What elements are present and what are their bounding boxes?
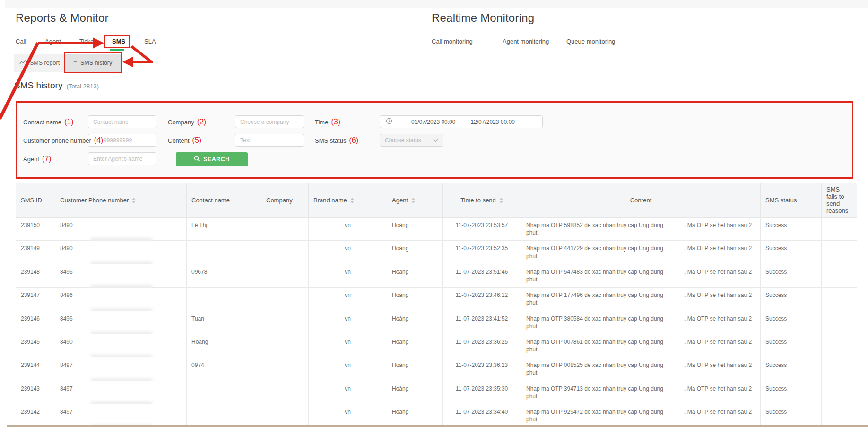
- cell-company: [261, 218, 309, 241]
- cell-status: Success: [761, 288, 822, 311]
- section-divider: [406, 12, 406, 50]
- table-header-row: SMS ID Customer Phone number Contact nam…: [16, 183, 857, 218]
- time-from-value: 03/07/2023 00:00: [411, 119, 455, 125]
- company-label: Company(2): [168, 115, 206, 129]
- agent-label: Agent(7): [23, 152, 52, 166]
- cell-content: Nhap ma OTP 929472 de xac nhan truy cap …: [521, 404, 761, 427]
- cell-time: 11-07-2023 23:36:25: [443, 334, 521, 357]
- search-button-label: SEARCH: [203, 156, 230, 163]
- agent-input[interactable]: [88, 152, 156, 165]
- cell-time: 11-07-2023 23:41:52: [443, 311, 521, 334]
- cell-contact: [187, 404, 261, 427]
- content-label: Content(5): [168, 134, 201, 147]
- table-row[interactable]: 239147 8496 vn Hoàng 11-07-2023 23:46:12…: [16, 288, 857, 311]
- sort-icon[interactable]: [132, 198, 136, 203]
- cell-sms-id: 239142: [16, 404, 55, 427]
- cell-contact: [187, 381, 261, 404]
- table-row[interactable]: 239145 8490 Hoàng vn Hoàng 11-07-2023 23…: [16, 334, 857, 357]
- tab-sms[interactable]: SMS: [112, 38, 125, 45]
- cell-brand: vn: [309, 334, 387, 357]
- contact-name-input[interactable]: [88, 115, 156, 128]
- cell-status: Success: [761, 404, 822, 427]
- table-row[interactable]: 239142 8497 vn Hoàng 11-07-2023 23:34:40…: [16, 404, 857, 427]
- cell-agent: Hoàng: [387, 288, 443, 311]
- table-row[interactable]: 239146 8496 Tuan vn Hoàng 11-07-2023 23:…: [16, 311, 857, 334]
- cell-sms-id: 239143: [16, 381, 55, 404]
- table-row[interactable]: 239150 8490 Lê Thị vn Hoàng 11-07-2023 2…: [16, 218, 857, 241]
- table-row[interactable]: 239143 8497 vn Hoàng 11-07-2023 23:35:30…: [16, 381, 857, 404]
- col-time-to-send[interactable]: Time to send: [443, 183, 521, 218]
- cell-fail-reason: [822, 288, 857, 311]
- content-input[interactable]: [235, 134, 304, 147]
- cell-contact: Hoàng: [187, 334, 261, 357]
- cell-company: [261, 264, 309, 287]
- table-row[interactable]: 239144 8497 0974 vn Hoàng 11-07-2023 23:…: [16, 357, 857, 381]
- tab-ticket[interactable]: Ticket: [79, 38, 95, 45]
- company-input[interactable]: [235, 115, 304, 128]
- col-contact-name: Contact name: [187, 183, 261, 218]
- cell-company: [261, 288, 309, 311]
- sort-icon[interactable]: [350, 198, 354, 203]
- tab-call[interactable]: Call: [16, 38, 26, 45]
- col-customer-phone[interactable]: Customer Phone number: [55, 183, 187, 218]
- annotation-1: (1): [64, 118, 74, 126]
- cell-contact: Tuan: [187, 311, 261, 334]
- col-agent[interactable]: Agent: [387, 183, 443, 218]
- cell-fail-reason: [822, 311, 857, 334]
- table-row[interactable]: 239149 8490 vn Hoàng 11-07-2023 23:52:35…: [16, 241, 857, 264]
- cell-content: Nhap ma OTP 177496 de xac nhan truy cap …: [521, 288, 761, 311]
- table-row[interactable]: 239148 8496 09678 vn Hoàng 11-07-2023 23…: [16, 264, 857, 287]
- cell-phone: 8490: [55, 334, 187, 357]
- cell-time: 11-07-2023 23:53:57: [443, 218, 521, 241]
- section-title-text: SMS history: [14, 80, 62, 91]
- col-sms-id: SMS ID: [16, 183, 55, 218]
- cell-time: 11-07-2023 23:36:23: [443, 357, 521, 381]
- cell-brand: vn: [309, 241, 387, 264]
- annotation-elbow-diagonal: [130, 45, 152, 63]
- cell-brand: vn: [309, 311, 387, 334]
- col-company: Company: [261, 183, 309, 218]
- cell-content: Nhap ma OTP 394713 de xac nhan truy cap …: [521, 381, 761, 404]
- cell-phone: 8490: [55, 241, 187, 264]
- subtab-sms-report[interactable]: SMS report: [14, 54, 65, 72]
- col-brand-name[interactable]: Brand name: [309, 183, 387, 218]
- cell-status: Success: [761, 241, 822, 264]
- search-button[interactable]: SEARCH: [176, 152, 248, 166]
- cell-content: Nhap ma OTP 007861 de xac nhan truy cap …: [521, 334, 761, 357]
- sms-status-select[interactable]: Choose status: [380, 134, 443, 147]
- list-icon: ≡: [73, 60, 77, 66]
- cell-agent: Hoàng: [387, 264, 443, 287]
- cell-content: Nhap ma OTP 008525 de xac nhan truy cap …: [521, 357, 761, 381]
- subtab-sms-history[interactable]: ≡ SMS history: [65, 54, 121, 72]
- cell-fail-reason: [822, 241, 857, 264]
- cell-phone: 8496: [55, 288, 187, 311]
- cell-company: [261, 241, 309, 264]
- sms-history-table: SMS ID Customer Phone number Contact nam…: [16, 183, 857, 427]
- cell-status: Success: [761, 381, 822, 404]
- cell-status: Success: [761, 218, 822, 241]
- annotation-elbow-horizontal: [133, 61, 153, 63]
- link-agent-monitoring[interactable]: Agent monitoring: [503, 38, 549, 45]
- cell-sms-id: 239147: [16, 288, 55, 311]
- cell-agent: Hoàng: [387, 218, 443, 241]
- subtab-report-label: SMS report: [30, 60, 60, 66]
- cell-contact: [187, 288, 261, 311]
- sms-history-page: Reports & Monitor Call Agent Ticket SMS …: [0, 0, 868, 427]
- sort-icon[interactable]: [411, 198, 415, 203]
- cell-contact: [187, 241, 261, 264]
- left-edge-line: [5, 0, 5, 427]
- tab-agent[interactable]: Agent: [45, 38, 61, 45]
- annotation-3: (3): [331, 118, 340, 126]
- chevron-down-icon: [433, 137, 438, 144]
- time-range-picker[interactable]: 03/07/2023 00:00 - 12/07/2023 00:00: [380, 115, 543, 128]
- link-queue-monitoring[interactable]: Queue monitoring: [566, 38, 615, 45]
- cell-time: 11-07-2023 23:34:40: [443, 404, 521, 427]
- cell-phone: 8490: [55, 218, 187, 241]
- annotation-arrow-to-history-head: [122, 57, 133, 67]
- cell-contact: 0974: [187, 357, 261, 381]
- tab-sla[interactable]: SLA: [144, 38, 156, 45]
- sort-icon[interactable]: [499, 198, 503, 203]
- cell-agent: Hoàng: [387, 241, 443, 264]
- link-call-monitoring[interactable]: Call monitoring: [432, 38, 473, 45]
- col-content: Content: [521, 183, 761, 218]
